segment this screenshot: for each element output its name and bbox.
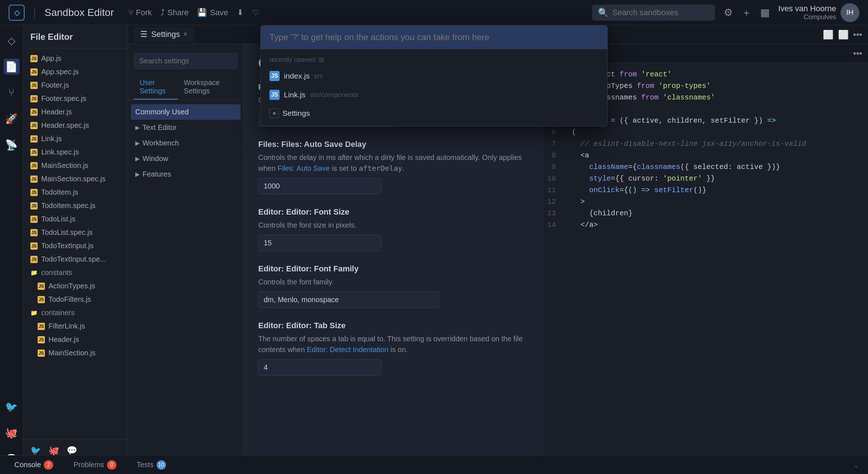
nav-item-commonly-used[interactable]: Commonly Used [131,104,241,120]
code-line-7: 7 // eslint-disable-next-line jsx-a11y/a… [543,138,868,150]
console-badge: 2 [44,460,53,470]
file-item-linkjs[interactable]: JS Link.js [23,132,128,145]
topbar-divider: | [33,7,36,18]
menu-icon[interactable]: ▦ [760,7,770,18]
settings-tabs: User Settings Workspace Settings [128,75,243,100]
twitter-icon[interactable]: 🐦 [30,445,41,456]
nav-item-text-editor[interactable]: ▶ Text Editor [128,120,243,135]
avatar[interactable]: IH [841,3,859,22]
file-item-todolistspecjs[interactable]: JS TodoList.spec.js [23,226,128,239]
file-item-headerjs[interactable]: JS Header.js [23,105,128,119]
settings-icon[interactable]: ⚙ [724,7,733,18]
sidebar-icon-files[interactable]: 📄 [4,59,20,75]
settings-search-container [128,50,243,75]
file-item-todotextinputjs[interactable]: JS TodoTextInput.js [23,239,128,253]
command-item-indexjs[interactable]: JS index.js src [261,67,607,85]
code-line-11: 11 onClick={() => setFilter()} [543,185,868,196]
topbar: ◇ | Sandbox Editor ⑂ Fork ⤴ Share 💾 Save… [0,0,868,25]
file-item-todoitemspecjs[interactable]: JS TodoItem.spec.js [23,199,128,212]
sidebar-icon-github[interactable]: 🐙 [4,425,20,441]
problems-tab[interactable]: Problems 0 [68,457,122,473]
tab-user-settings[interactable]: User Settings [134,75,178,100]
folder-icon: 📁 [30,269,38,276]
nav-item-window[interactable]: ▶ Window [128,151,243,166]
download-icon: ⬇ [237,8,243,17]
js-file-icon: JS [30,149,38,156]
favorite-button[interactable]: ♡ [252,8,259,17]
sidebar-icon-git[interactable]: ⑂ [4,85,20,101]
files-autosave-link[interactable]: Files: Auto Save [277,164,330,172]
share-button[interactable]: ⤴ Share [161,8,189,17]
discord-icon[interactable]: 💬 [67,445,77,456]
save-icon: 💾 [197,8,207,17]
setting-auto-save-delay-title: Files: Files: Auto Save Delay [258,140,528,149]
more-icon[interactable]: ••• [853,30,862,40]
font-family-input[interactable] [258,292,439,308]
share-icon: ⤴ [161,8,165,17]
file-item-footerspecjs[interactable]: JS Footer.spec.js [23,92,128,105]
tab-workspace-settings[interactable]: Workspace Settings [178,75,238,100]
file-item-todotextinputspecjs[interactable]: JS TodoTextInput.spe... [23,253,128,266]
settings-sidebar: User Settings Workspace Settings Commonl… [128,44,244,474]
sidebar-icon-home[interactable]: ◇ [4,33,20,48]
file-item-header-container[interactable]: JS Header.js [23,333,128,346]
add-icon[interactable]: ＋ [741,6,752,20]
file-item-footerjs[interactable]: JS Footer.js [23,79,128,92]
sidebar-icon-radio[interactable]: 📡 [4,137,20,153]
app-title: Sandbox Editor [44,7,114,18]
heart-icon: ♡ [252,8,259,17]
file-item-todolistjs[interactable]: JS TodoList.js [23,212,128,226]
command-section-label: recently opened ⊞ [261,53,607,67]
folder-constants[interactable]: 📁 constants [23,266,128,279]
command-item-linkjs[interactable]: JS Link.js src/components [261,85,607,104]
js-file-icon: JS [38,336,45,343]
tab-size-input[interactable] [258,359,381,376]
command-palette-input[interactable] [261,26,607,49]
auto-save-delay-input[interactable] [258,178,381,194]
code-more-icon[interactable]: ••• [853,48,862,59]
js-file-icon: JS [38,323,45,330]
sidebar-icon-twitter[interactable]: 🐦 [4,399,20,415]
github-icon[interactable]: 🐙 [48,445,59,456]
collapse-icon[interactable]: ⌄ [853,461,859,469]
save-button[interactable]: 💾 Save [197,8,228,17]
split-right-icon[interactable]: ⬜ [838,30,849,40]
file-item-todofilters[interactable]: JS TodoFilters.js [23,293,128,306]
file-item-filterlink[interactable]: JS FilterLink.js [23,319,128,333]
split-left-icon[interactable]: ⬜ [823,30,834,40]
file-item-todoitemjs[interactable]: JS TodoItem.js [23,186,128,199]
code-line-6: 6 ( [543,127,868,138]
tests-tab[interactable]: Tests 10 [131,457,172,473]
arrow-icon: ▶ [135,140,140,147]
app-logo[interactable]: ◇ [9,5,25,21]
settings-tab-close[interactable]: × [184,30,188,38]
file-item-linkspecjs[interactable]: JS Link.spec.js [23,145,128,159]
detect-indentation-link[interactable]: Editor: Detect Indentation [307,346,389,354]
fork-icon: ⑂ [128,8,133,17]
file-item-appspecjs[interactable]: JS App.spec.js [23,65,128,79]
nav-item-workbench[interactable]: ▶ Workbench [128,135,243,151]
file-item-appjs[interactable]: JS App.js [23,52,128,65]
file-item-mainsection-container[interactable]: JS MainSection.js [23,346,128,360]
download-button[interactable]: ⬇ [237,8,243,17]
setting-font-size-title: Editor: Editor: Font Size [258,207,528,217]
fork-button[interactable]: ⑂ Fork [128,8,152,17]
nav-item-features[interactable]: ▶ Features [128,166,243,182]
arrow-icon: ▶ [135,155,140,162]
settings-tab[interactable]: ☰ Settings × [134,27,194,43]
file-item-mainsectionjs[interactable]: JS MainSection.js [23,159,128,172]
search-sandboxes[interactable]: 🔍 [592,5,715,21]
js-file-icon: JS [30,162,38,169]
console-tab[interactable]: Console 2 [9,457,59,473]
file-item-mainsectionspecjs[interactable]: JS MainSection.spec.js [23,172,128,186]
grid-icon: ⊞ [319,56,324,64]
settings-search-input[interactable] [134,53,238,69]
command-item-settings[interactable]: ≡ Settings [261,104,607,122]
settings-tab-icon: ☰ [140,30,148,39]
file-item-headerspecjs[interactable]: JS Header.spec.js [23,119,128,132]
search-input[interactable] [612,8,709,17]
font-size-input[interactable] [258,235,381,251]
file-item-actiontypes[interactable]: JS ActionTypes.js [23,279,128,293]
sidebar-icon-rocket[interactable]: 🚀 [4,111,20,127]
folder-containers[interactable]: 📁 containers [23,306,128,319]
